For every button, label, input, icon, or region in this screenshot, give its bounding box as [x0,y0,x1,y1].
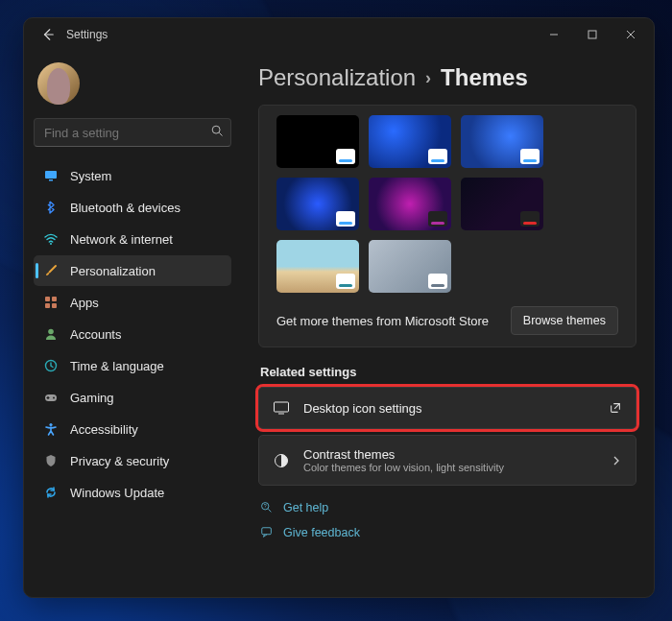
nav-label: Gaming [70,391,114,405]
breadcrumb-current: Themes [441,64,528,91]
theme-thumbnail[interactable] [369,240,451,293]
open-external-icon [609,401,622,415]
breadcrumb: Personalization › Themes [258,64,636,91]
back-button[interactable] [36,22,60,47]
theme-grid [276,115,624,293]
contrast-themes-card[interactable]: Contrast themes Color themes for low vis… [258,435,636,486]
nav-item-accounts[interactable]: Accounts [34,319,231,349]
monitor-icon [43,168,59,183]
card-subtitle: Color themes for low vision, light sensi… [303,462,504,473]
get-help-link[interactable]: Get help [283,501,328,514]
desktop-icon-settings-card[interactable]: Desktop icon settings [258,387,636,429]
svg-rect-3 [49,179,53,181]
nav-label: Accessibility [70,422,138,437]
themes-panel: Get more themes from Microsoft Store Bro… [258,105,636,347]
nav-label: Personalization [70,264,156,278]
minimize-button[interactable] [535,20,573,49]
nav-label: System [70,169,111,183]
breadcrumb-parent[interactable]: Personalization [258,64,416,91]
nav-item-bluetooth-devices[interactable]: Bluetooth & devices [34,192,231,223]
accessibility-icon [43,421,59,437]
svg-point-13 [49,423,52,426]
nav-label: Privacy & security [70,454,169,468]
wifi-icon [43,231,59,247]
update-icon [43,485,59,500]
nav-label: Bluetooth & devices [70,201,180,215]
chevron-right-icon: › [425,68,431,88]
svg-rect-18 [262,528,272,535]
nav-label: Accounts [70,327,121,342]
chevron-right-icon [611,455,622,466]
browse-themes-button[interactable]: Browse themes [511,306,618,335]
nav-item-gaming[interactable]: Gaming [34,382,231,413]
nav-item-network-internet[interactable]: Network & internet [34,224,231,254]
nav-label: Apps [70,296,99,310]
nav-list: SystemBluetooth & devicesNetwork & inter… [34,160,231,508]
settings-window: Settings SystemBluetooth & devicesNetwor… [23,17,655,598]
brush-icon [43,263,59,278]
theme-thumbnail[interactable] [276,178,359,230]
gaming-icon [43,390,59,405]
user-avatar[interactable] [37,62,80,105]
nav-item-time-language[interactable]: Time & language [34,350,231,381]
sidebar: SystemBluetooth & devicesNetwork & inter… [24,51,241,597]
contrast-icon [273,452,290,469]
svg-point-1 [212,126,220,133]
nav-item-windows-update[interactable]: Windows Update [34,477,231,508]
nav-label: Time & language [70,359,164,373]
theme-thumbnail[interactable] [461,115,543,168]
theme-thumbnail[interactable] [276,240,359,293]
search-box[interactable] [34,118,231,147]
apps-icon [43,295,59,310]
svg-rect-7 [45,303,50,308]
window-title: Settings [66,28,108,41]
feedback-icon [260,526,274,539]
give-feedback-link[interactable]: Give feedback [283,526,360,539]
theme-thumbnail[interactable] [369,178,451,230]
svg-rect-5 [45,297,50,301]
footer-links: ? Get help Give feedback [258,495,636,545]
clock-icon [43,358,59,373]
nav-label: Windows Update [70,486,164,500]
titlebar: Settings [24,18,654,51]
maximize-button[interactable] [573,20,612,49]
help-icon: ? [260,501,274,514]
desktop-icon [273,399,290,417]
svg-rect-0 [588,31,596,38]
svg-point-12 [53,397,55,399]
svg-text:?: ? [264,503,267,509]
svg-point-9 [48,329,54,335]
nav-item-privacy-security[interactable]: Privacy & security [34,445,231,476]
svg-rect-14 [275,402,289,412]
svg-point-4 [50,243,52,245]
theme-thumbnail[interactable] [276,115,359,168]
nav-label: Network & internet [70,232,173,247]
theme-thumbnail[interactable] [369,115,451,168]
card-title: Desktop icon settings [303,401,422,416]
nav-item-accessibility[interactable]: Accessibility [34,414,231,444]
svg-rect-6 [52,297,57,301]
theme-thumbnail[interactable] [461,178,543,230]
search-icon [210,124,224,137]
person-icon [43,326,59,342]
store-text: Get more themes from Microsoft Store [276,314,489,328]
close-button[interactable] [612,20,650,49]
card-title: Contrast themes [303,447,504,462]
svg-rect-8 [52,303,57,308]
search-input[interactable] [34,118,231,147]
nav-item-system[interactable]: System [34,160,231,191]
related-settings-heading: Related settings [260,365,636,379]
nav-item-personalization[interactable]: Personalization [34,255,231,286]
bluetooth-icon [43,200,59,215]
svg-rect-2 [45,171,57,179]
shield-icon [43,453,59,468]
main-content: Personalization › Themes Get more themes… [241,51,654,597]
nav-item-apps[interactable]: Apps [34,287,231,318]
